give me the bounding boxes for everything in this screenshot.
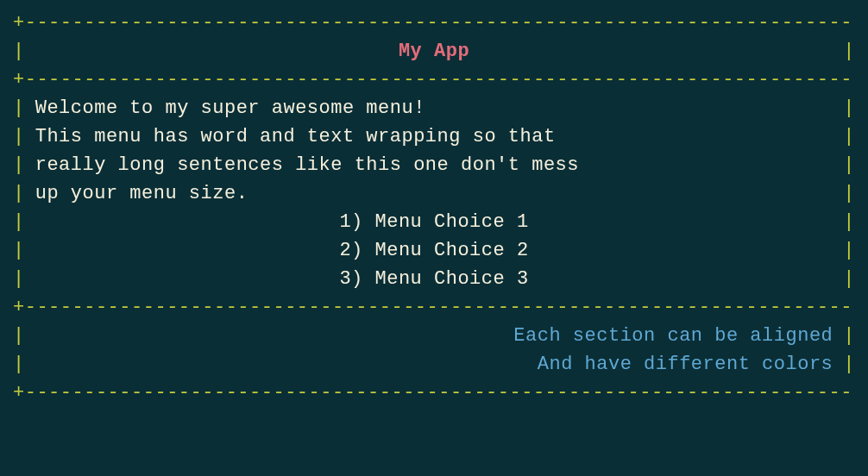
menu-row-2[interactable]: | 2) Menu Choice 2 |	[13, 236, 855, 265]
menu-choice-3[interactable]: 3) Menu Choice 3	[25, 265, 844, 293]
pipe-left: |	[13, 94, 25, 122]
pipe-right: |	[843, 350, 855, 379]
border-bottom: +---------------------------------------…	[13, 379, 855, 407]
menu-choice-1[interactable]: 1) Menu Choice 1	[25, 208, 844, 236]
border-top: +---------------------------------------…	[13, 9, 855, 37]
pipe-right: |	[843, 265, 855, 293]
pipe-left: |	[13, 236, 25, 265]
footer-text-1: Each section can be aligned	[25, 322, 844, 350]
footer-row-1: | Each section can be aligned |	[13, 322, 855, 350]
menu-choice-2[interactable]: 2) Menu Choice 2	[25, 236, 844, 265]
pipe-right: |	[843, 236, 855, 265]
footer-row-2: | And have different colors |	[13, 350, 855, 379]
body-row-4: | up your menu size. |	[13, 179, 855, 208]
border-mid-1: +---------------------------------------…	[13, 66, 855, 94]
pipe-left: |	[13, 350, 25, 379]
welcome-text-2: This menu has word and text wrapping so …	[25, 122, 844, 151]
pipe-right: |	[843, 94, 855, 122]
title-row: | My App |	[13, 37, 855, 66]
pipe-right: |	[843, 37, 855, 66]
welcome-text-3: really long sentences like this one don'…	[25, 151, 844, 179]
pipe-right: |	[843, 151, 855, 179]
welcome-text-4: up your menu size.	[25, 179, 844, 208]
body-row-3: | really long sentences like this one do…	[13, 151, 855, 179]
pipe-left: |	[13, 122, 25, 151]
footer-text-2: And have different colors	[25, 350, 844, 379]
pipe-right: |	[843, 208, 855, 236]
body-row-2: | This menu has word and text wrapping s…	[13, 122, 855, 151]
pipe-right: |	[843, 179, 855, 208]
pipe-left: |	[13, 151, 25, 179]
pipe-right: |	[843, 322, 855, 350]
menu-row-3[interactable]: | 3) Menu Choice 3 |	[13, 265, 855, 293]
app-title: My App	[25, 37, 844, 66]
pipe-left: |	[13, 265, 25, 293]
pipe-left: |	[13, 208, 25, 236]
pipe-left: |	[13, 179, 25, 208]
menu-row-1[interactable]: | 1) Menu Choice 1 |	[13, 208, 855, 236]
pipe-left: |	[13, 37, 25, 66]
pipe-right: |	[843, 122, 855, 151]
border-mid-2: +---------------------------------------…	[13, 293, 855, 322]
welcome-text-1: Welcome to my super awesome menu!	[25, 94, 844, 122]
body-row-1: | Welcome to my super awesome menu! |	[13, 94, 855, 122]
pipe-left: |	[13, 322, 25, 350]
